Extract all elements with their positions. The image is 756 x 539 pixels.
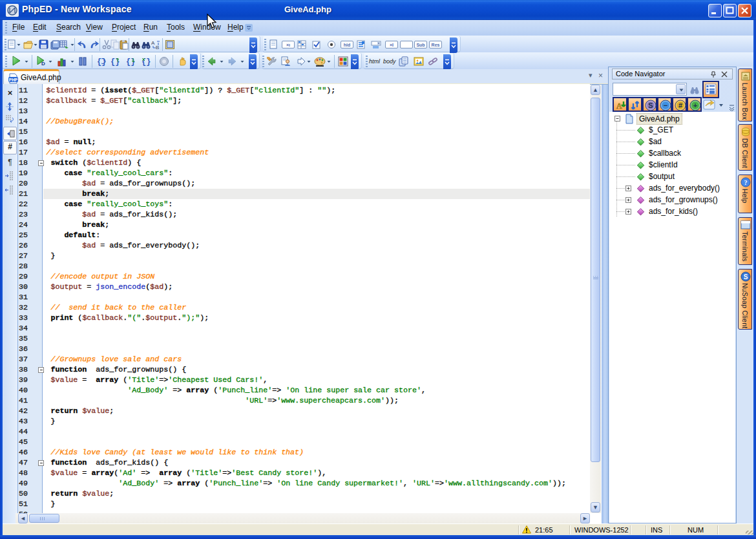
svg-text:A: A: [151, 40, 155, 46]
svg-text:A: A: [616, 101, 622, 111]
svg-text:+: +: [693, 101, 697, 109]
svg-text:S: S: [648, 101, 653, 109]
svg-text:D: D: [41, 61, 45, 67]
svg-text:{}: {}: [126, 58, 135, 67]
svg-text:B: B: [156, 45, 159, 50]
svg-text:#: #: [678, 101, 682, 109]
svg-text:−: −: [664, 101, 667, 109]
svg-text:S: S: [744, 273, 748, 280]
svg-text:?: ?: [744, 179, 748, 186]
svg-text:PHP: PHP: [9, 78, 18, 82]
